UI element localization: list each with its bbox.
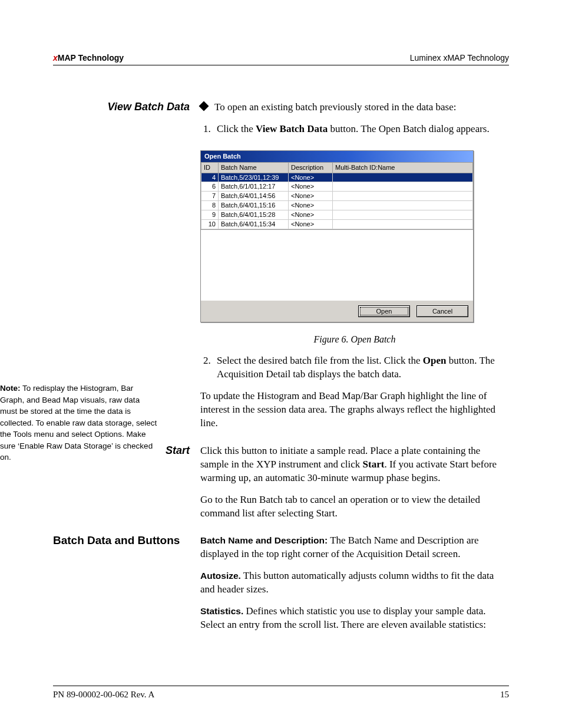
col-desc[interactable]: Description xyxy=(289,162,333,173)
header-x-italic: x xyxy=(53,53,58,62)
view-batch-steps: Click the View Batch Data button. The Op… xyxy=(200,123,509,136)
open-batch-figure: Open Batch ID Batch Name Description Mul… xyxy=(200,150,509,323)
step-2: Select the desired batch file from the l… xyxy=(213,354,509,381)
table-row[interactable]: 10Batch,6/4/01,15:34<None> xyxy=(201,219,473,229)
table-row[interactable]: 4Batch,5/23/01,12:39<None> xyxy=(201,173,473,182)
col-name[interactable]: Batch Name xyxy=(219,162,289,173)
page-header: xMAP Technology Luminex xMAP Technology xyxy=(53,53,509,65)
dialog-title: Open Batch xyxy=(201,151,473,162)
open-button[interactable]: Open xyxy=(358,305,410,318)
batch-name-desc: Batch Name and Description: The Batch Na… xyxy=(200,534,509,561)
batch-data-heading: Batch Data and Buttons xyxy=(53,534,180,546)
figure-caption: Figure 6. Open Batch xyxy=(200,333,509,346)
margin-note: Note: To redisplay the Histogram, Bar Gr… xyxy=(0,383,159,463)
table-row[interactable]: 7Batch,6/4/01,14:56<None> xyxy=(201,192,473,201)
view-batch-steps-2: Select the desired batch file from the l… xyxy=(200,354,509,381)
col-multi[interactable]: Multi-Batch ID:Name xyxy=(333,162,473,173)
note-label: Note: xyxy=(0,384,21,393)
cancel-button[interactable]: Cancel xyxy=(416,305,468,318)
table-row[interactable]: 8Batch,6/4/01,15:16<None> xyxy=(201,201,473,210)
footer-page: 15 xyxy=(500,690,509,700)
autosize-para: Autosize. This button automatically adju… xyxy=(200,569,509,597)
col-id[interactable]: ID xyxy=(201,162,219,173)
batch-table[interactable]: ID Batch Name Description Multi-Batch ID… xyxy=(201,162,473,229)
footer-left: PN 89-00002-00-062 Rev. A xyxy=(53,690,154,700)
dialog-buttons: Open Cancel xyxy=(201,301,473,322)
diamond-icon xyxy=(199,101,209,111)
page-footer: PN 89-00002-00-062 Rev. A 15 xyxy=(53,686,509,700)
table-row[interactable]: 6Batch,6/1/01,12:17<None> xyxy=(201,182,473,192)
header-right: Luminex xMAP Technology xyxy=(410,53,509,62)
header-left: xMAP Technology xyxy=(53,53,124,62)
step-1: Click the View Batch Data button. The Op… xyxy=(213,123,509,136)
table-row[interactable]: 9Batch,6/4/01,15:28<None> xyxy=(201,210,473,219)
statistics-para: Statistics. Defines which statistic you … xyxy=(200,605,509,632)
start-heading: Start xyxy=(166,444,190,456)
view-batch-intro-text: To open an existing batch previously sto… xyxy=(214,101,456,113)
start-para1: Click this button to initiate a sample r… xyxy=(200,444,509,485)
header-left-rest: MAP Technology xyxy=(58,53,124,62)
start-para2: Go to the Run Batch tab to cancel an ope… xyxy=(200,493,509,521)
view-batch-post: To update the Histogram and Bead Map/Bar… xyxy=(200,390,509,430)
open-batch-dialog: Open Batch ID Batch Name Description Mul… xyxy=(200,150,474,323)
view-batch-intro: To open an existing batch previously sto… xyxy=(200,101,509,114)
view-batch-heading: View Batch Data xyxy=(108,101,190,113)
note-text: To redisplay the Histogram, Bar Graph, a… xyxy=(0,384,157,462)
dialog-empty-area xyxy=(201,229,473,301)
